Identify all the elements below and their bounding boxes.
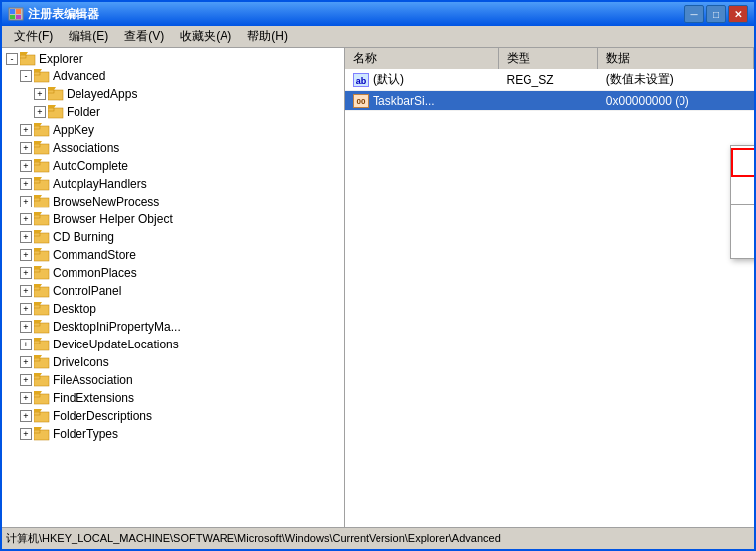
folder-icon-findextensions bbox=[34, 391, 50, 405]
tree-item-associations[interactable]: + Associations bbox=[2, 139, 344, 157]
svg-rect-3 bbox=[10, 15, 15, 19]
svg-marker-52 bbox=[34, 320, 42, 323]
tree-container: - Explorer - Advanced + bbox=[2, 48, 344, 445]
folder-icon-delayedapps bbox=[48, 87, 64, 101]
expand-controlpanel[interactable]: + bbox=[20, 285, 32, 297]
svg-marker-19 bbox=[34, 123, 42, 126]
tree-item-autoplayhandlers[interactable]: + AutoplayHandlers bbox=[2, 175, 344, 193]
folder-icon-advanced bbox=[34, 69, 50, 83]
expand-associations[interactable]: + bbox=[20, 142, 32, 154]
minimize-button[interactable]: ─ bbox=[684, 5, 704, 23]
expand-autoplayhandlers[interactable]: + bbox=[20, 178, 32, 190]
menu-edit[interactable]: 编辑(E) bbox=[61, 26, 116, 47]
expand-commonplaces[interactable]: + bbox=[20, 267, 32, 279]
tree-label-folderdescriptions: FolderDescriptions bbox=[53, 409, 152, 423]
context-menu-delete[interactable]: 删除(D) bbox=[731, 207, 754, 231]
tree-item-deviceupdatelocations[interactable]: + DeviceUpdateLocations bbox=[2, 336, 344, 353]
tree-label-browsenewprocess: BrowseNewProcess bbox=[53, 195, 159, 208]
expand-desktopinipropertymap[interactable]: + bbox=[20, 321, 32, 333]
menu-file[interactable]: 文件(F) bbox=[6, 26, 61, 47]
folder-icon-commonplaces bbox=[34, 266, 50, 280]
row2-name: 00 TaskbarSi... bbox=[345, 91, 499, 111]
expand-commandstore[interactable]: + bbox=[20, 249, 32, 261]
expand-deviceupdatelocations[interactable]: + bbox=[20, 339, 32, 350]
tree-item-delayedapps[interactable]: + DelayedApps bbox=[2, 85, 344, 103]
svg-marker-28 bbox=[34, 177, 42, 180]
context-menu-modify-binary[interactable]: 修改二进制数据(B)... bbox=[731, 177, 754, 202]
expand-cdburning[interactable]: + bbox=[20, 231, 32, 243]
row2-type bbox=[499, 91, 598, 111]
svg-rect-63 bbox=[34, 394, 40, 397]
tree-label-controlpanel: ControlPanel bbox=[53, 284, 121, 298]
context-menu-rename[interactable]: 重命名(R) bbox=[731, 231, 754, 256]
ab-icon: ab bbox=[353, 73, 369, 87]
tree-item-advanced[interactable]: - Advanced bbox=[2, 68, 344, 85]
svg-rect-54 bbox=[34, 341, 40, 344]
context-menu-modify[interactable]: 修改(M)... bbox=[731, 148, 754, 177]
close-button[interactable]: ✕ bbox=[728, 5, 748, 23]
expand-browsenewprocess[interactable]: + bbox=[20, 196, 32, 207]
expand-advanced[interactable]: - bbox=[20, 70, 32, 82]
col-type: 类型 bbox=[499, 48, 598, 69]
folder-icon-commandstore bbox=[34, 248, 50, 262]
right-panel[interactable]: 名称 类型 数据 ab (默认) REG_SZ bbox=[345, 48, 754, 527]
expand-browserhelperobject[interactable]: + bbox=[20, 213, 32, 225]
expand-folderdescriptions[interactable]: + bbox=[20, 410, 32, 422]
restore-button[interactable]: □ bbox=[706, 5, 726, 23]
window-title: 注册表编辑器 bbox=[28, 6, 684, 23]
expand-delayedapps[interactable]: + bbox=[34, 88, 46, 100]
folder-icon-desktop bbox=[34, 302, 50, 316]
tree-item-folder[interactable]: + Folder bbox=[2, 103, 344, 121]
menu-favorites[interactable]: 收藏夹(A) bbox=[172, 26, 239, 47]
tree-panel[interactable]: - Explorer - Advanced + bbox=[2, 48, 345, 527]
tree-item-appkey[interactable]: + AppKey bbox=[2, 121, 344, 139]
svg-rect-1 bbox=[10, 9, 15, 14]
tree-label-driveicons: DriveIcons bbox=[53, 355, 109, 369]
registry-editor-window: 注册表编辑器 ─ □ ✕ 文件(F) 编辑(E) 查看(V) 收藏夹(A) 帮助… bbox=[0, 0, 756, 551]
expand-findextensions[interactable]: + bbox=[20, 392, 32, 404]
expand-folder[interactable]: + bbox=[34, 106, 46, 118]
svg-rect-30 bbox=[34, 198, 40, 201]
svg-rect-69 bbox=[34, 430, 40, 433]
tree-item-foldertypes[interactable]: + FolderTypes bbox=[2, 425, 344, 443]
tree-label-desktopinipropertymap: DesktopIniPropertyMa... bbox=[53, 320, 181, 334]
svg-marker-34 bbox=[34, 212, 42, 215]
expand-appkey[interactable]: + bbox=[20, 124, 32, 136]
expand-driveicons[interactable]: + bbox=[20, 356, 32, 368]
tree-item-autocomplete[interactable]: + AutoComplete bbox=[2, 157, 344, 175]
binary-icon: 00 bbox=[353, 94, 369, 108]
menu-view[interactable]: 查看(V) bbox=[116, 26, 172, 47]
tree-label-fileassociation: FileAssociation bbox=[53, 373, 133, 387]
expand-autocomplete[interactable]: + bbox=[20, 160, 32, 172]
folder-icon-browserhelperobject bbox=[34, 212, 50, 226]
tree-item-explorer[interactable]: - Explorer bbox=[2, 50, 344, 68]
tree-item-controlpanel[interactable]: + ControlPanel bbox=[2, 282, 344, 300]
svg-rect-24 bbox=[34, 162, 40, 165]
tree-item-desktopinipropertymap[interactable]: + DesktopIniPropertyMa... bbox=[2, 318, 344, 336]
expand-explorer[interactable]: - bbox=[6, 53, 18, 65]
tree-item-fileassociation[interactable]: + FileAssociation bbox=[2, 371, 344, 389]
table-row-selected[interactable]: 00 TaskbarSi... 0x00000000 (0) bbox=[345, 91, 754, 111]
tree-item-folderdescriptions[interactable]: + FolderDescriptions bbox=[2, 407, 344, 425]
folder-icon-fileassociation bbox=[34, 373, 50, 387]
tree-item-commandstore[interactable]: + CommandStore bbox=[2, 246, 344, 264]
tree-item-findextensions[interactable]: + FindExtensions bbox=[2, 389, 344, 407]
tree-item-driveicons[interactable]: + DriveIcons bbox=[2, 353, 344, 371]
table-row[interactable]: ab (默认) REG_SZ (数值未设置) bbox=[345, 69, 754, 91]
tree-item-desktop[interactable]: + Desktop bbox=[2, 300, 344, 318]
row2-data: 0x00000000 (0) bbox=[598, 91, 754, 111]
folder-icon-appkey bbox=[34, 123, 50, 137]
menu-help[interactable]: 帮助(H) bbox=[239, 26, 296, 47]
tree-label-foldertypes: FolderTypes bbox=[53, 427, 118, 441]
registry-table: 名称 类型 数据 ab (默认) REG_SZ bbox=[345, 48, 754, 111]
tree-item-commonplaces[interactable]: + CommonPlaces bbox=[2, 264, 344, 282]
tree-item-browsenewprocess[interactable]: + BrowseNewProcess bbox=[2, 193, 344, 210]
svg-marker-58 bbox=[34, 355, 42, 358]
folder-icon-autocomplete bbox=[34, 159, 50, 173]
expand-desktop[interactable]: + bbox=[20, 303, 32, 315]
tree-item-browserhelperobject[interactable]: + Browser Helper Object bbox=[2, 210, 344, 228]
tree-item-cdburning[interactable]: + CD Burning bbox=[2, 228, 344, 246]
expand-fileassociation[interactable]: + bbox=[20, 374, 32, 386]
expand-foldertypes[interactable]: + bbox=[20, 428, 32, 440]
status-bar: 计算机\HKEY_LOCAL_MACHINE\SOFTWARE\Microsof… bbox=[2, 527, 754, 549]
